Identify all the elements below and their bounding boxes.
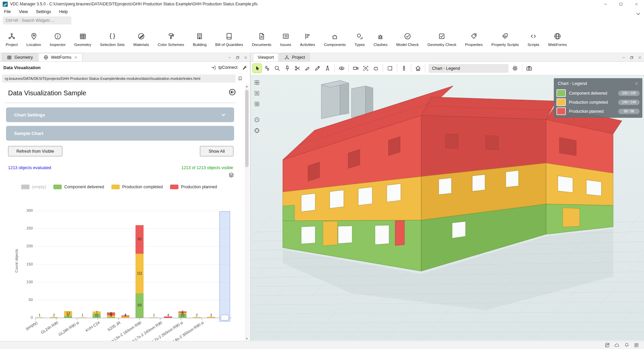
screenshot-button[interactable] [525, 64, 534, 73]
viewport-side-tools [252, 78, 261, 135]
bar-value-label: 1 [77, 313, 88, 317]
float-panel-button[interactable] [234, 54, 240, 60]
left-scrollbar[interactable]: ▲ ▼ [245, 84, 249, 341]
marquee-grid-tool[interactable] [252, 78, 261, 87]
toolbar-overflow-button[interactable] [635, 10, 642, 17]
report-button[interactable] [634, 342, 639, 348]
toolbar-item-location[interactable]: Location [22, 30, 45, 49]
toolbar-item-properties[interactable]: Properties [461, 30, 487, 49]
home-view-button[interactable] [414, 64, 423, 73]
maximize-button[interactable] [613, 0, 629, 8]
walk-tool[interactable] [263, 64, 272, 73]
url-input[interactable]: rg.braunes/DATA/DESITEprojects/GHH Produ… [2, 74, 235, 83]
clip-tool[interactable] [293, 64, 302, 73]
left-tab-geometry[interactable]: Geometry [2, 53, 38, 61]
chart-zoom-brush[interactable] [219, 211, 230, 321]
toolbar-item-geometry[interactable]: Geometry [70, 30, 96, 49]
camera-view-combo[interactable]: Chart - Legend [429, 64, 508, 73]
chevron-down-button[interactable] [226, 54, 232, 60]
legend-item[interactable]: (empty) [21, 185, 46, 189]
toolbar-item-components[interactable]: Components [320, 30, 350, 49]
render-options-tool[interactable] [252, 115, 261, 124]
walkthrough-tool[interactable] [399, 64, 409, 73]
menu-view[interactable]: View [19, 9, 28, 14]
orbit-tool[interactable] [361, 64, 370, 73]
chart-gridline [35, 264, 231, 265]
chart-settings-section[interactable]: Chart Settings [6, 107, 234, 122]
search-input[interactable]: Ctrl+W - Search Widgets ... [3, 16, 71, 24]
settings-wrench-button[interactable] [241, 65, 247, 70]
toolbar-item-project[interactable]: Project [1, 30, 22, 49]
toolbar-item-color-schemes[interactable]: Color Schemes [153, 30, 189, 49]
sample-chart-section[interactable]: Sample Chart [6, 126, 234, 141]
marquee-circle-tool[interactable] [252, 99, 261, 108]
legend-item[interactable]: Component delivered [53, 185, 104, 189]
bookmark-button[interactable] [237, 76, 243, 81]
menu-help[interactable]: Help [59, 9, 68, 14]
pin-tool[interactable] [283, 64, 292, 73]
tpconnect-button[interactable]: tpConnect [211, 65, 237, 70]
camera-mode-tool[interactable] [351, 64, 360, 73]
menu-file[interactable]: File [4, 9, 11, 14]
toolbar-item-building[interactable]: Building [189, 30, 211, 49]
toolbar-item-scripts[interactable]: Scripts [523, 30, 544, 49]
scroll-up-arrow[interactable]: ▲ [245, 84, 249, 89]
legend-item[interactable]: Production planned [170, 185, 217, 189]
layers-button[interactable] [228, 172, 234, 178]
toolbar-item-bill-of-quantities[interactable]: Bill of Quantities [211, 30, 248, 49]
back-button[interactable] [228, 88, 236, 96]
toolbar-item-webforms[interactable]: WebForms [544, 30, 571, 49]
building-grid-icon [79, 32, 87, 40]
close-icon [74, 55, 78, 59]
refresh-from-visible-button[interactable]: Refresh from Visible [8, 146, 62, 156]
toolbar-item-property-scripts[interactable]: Property Scripts [487, 30, 523, 49]
tab-close-button[interactable] [74, 55, 78, 59]
scrollbar-thumb[interactable] [245, 90, 249, 167]
right-tab-project[interactable]: Project [279, 53, 310, 61]
section-tool[interactable] [385, 64, 394, 73]
toolbar-item-types[interactable]: Types [350, 30, 369, 49]
toolbar-separator [397, 64, 397, 72]
bar-value-label: 8 [105, 311, 117, 315]
viewport-settings-button[interactable] [511, 64, 520, 73]
right-tab-viewport[interactable]: Viewport [253, 53, 278, 61]
focus-target-tool[interactable] [252, 126, 261, 135]
show-all-button[interactable]: Show All [200, 146, 233, 156]
viewport-toolbar: Chart - Legend [251, 62, 644, 75]
toolbar-item-inspector[interactable]: Inspector [45, 30, 70, 49]
toolbar-item-issues[interactable]: Issues [276, 30, 296, 49]
notifications-button[interactable] [624, 342, 630, 348]
toolbar-item-clashes[interactable]: Clashes [369, 30, 392, 49]
chart-zoom-handle[interactable] [221, 315, 229, 320]
toolbar-item-model-check[interactable]: Model Check [392, 30, 423, 49]
minimize-button[interactable] [598, 0, 613, 8]
menu-settings[interactable]: Settings [36, 9, 51, 14]
stacked-bar-chart[interactable]: 050100150200250300Count objects(empty)GL… [0, 200, 250, 341]
select-tool[interactable] [253, 64, 262, 73]
left-tab-webforms[interactable]: WebForms [39, 53, 83, 61]
toolbar-item-geometry-check[interactable]: Geometry Check [423, 30, 461, 49]
markup-tool[interactable] [313, 64, 322, 73]
marquee-deselect-tool[interactable] [252, 89, 261, 98]
float-panel-button[interactable] [629, 54, 635, 60]
visibility-tool[interactable] [337, 64, 346, 73]
cloud-button[interactable] [614, 342, 620, 348]
measure-tool[interactable] [323, 64, 332, 73]
chevron-down-button[interactable] [621, 54, 627, 60]
toolbar-item-selection-sets[interactable]: Selection Sets [96, 30, 129, 49]
toolbar-item-activities[interactable]: Activities [296, 30, 319, 49]
toolbar-item-materials[interactable]: Materials [129, 30, 154, 49]
overlay-close-button[interactable] [634, 81, 639, 86]
close-button[interactable] [243, 54, 249, 60]
knife-tool[interactable] [303, 64, 312, 73]
zoom-tool[interactable] [273, 64, 282, 73]
legend-item[interactable]: Production completed [111, 185, 163, 189]
database-disconnected-button[interactable] [604, 342, 610, 348]
close-button[interactable] [637, 54, 643, 60]
lasso-tool[interactable] [371, 64, 380, 73]
bar-segment-yellow [193, 317, 201, 318]
toolbar-item-documents[interactable]: Documents [248, 30, 276, 49]
close-button[interactable] [629, 0, 644, 8]
scroll-down-arrow[interactable]: ▼ [245, 336, 249, 341]
viewport-3d[interactable]: Chart - Legend Component delivered100 / … [251, 75, 644, 341]
